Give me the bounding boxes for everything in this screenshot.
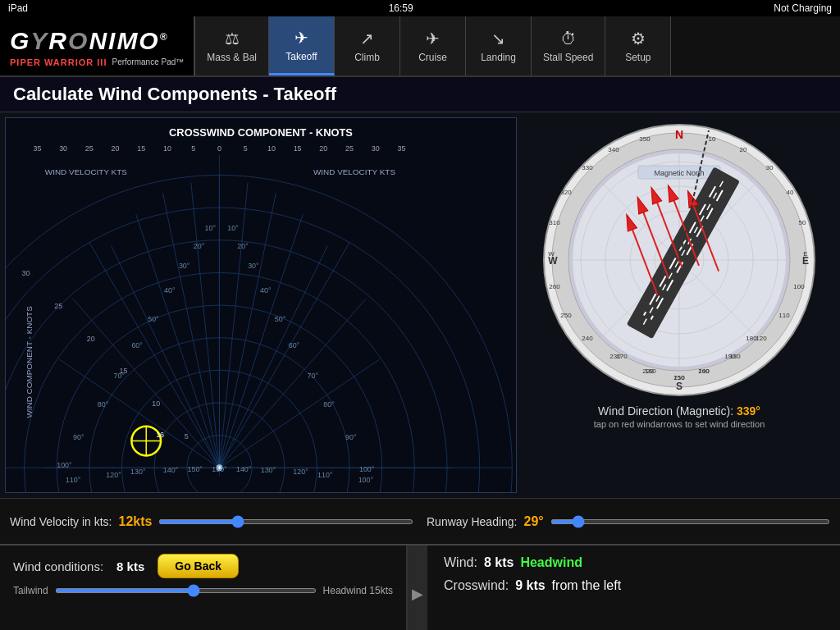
svg-text:120: 120 xyxy=(756,335,767,342)
svg-text:340: 340 xyxy=(608,146,619,153)
svg-text:80°: 80° xyxy=(98,400,109,409)
svg-text:20: 20 xyxy=(112,144,120,153)
svg-text:210: 210 xyxy=(673,374,685,381)
svg-text:W: W xyxy=(548,250,555,258)
svg-text:90°: 90° xyxy=(73,433,84,441)
svg-text:50°: 50° xyxy=(148,315,159,323)
mass-bal-icon: ⚖ xyxy=(225,29,240,48)
wind-conditions-panel: Wind conditions: 8 kts Go Back Tailwind … xyxy=(0,546,408,630)
go-back-button[interactable]: Go Back xyxy=(158,554,239,578)
svg-text:130°: 130° xyxy=(130,468,146,476)
compass[interactable]: N S E W 10 20 30 40 50 E 100 110 120 130… xyxy=(540,121,819,399)
tailwind-label: Tailwind xyxy=(13,585,48,596)
svg-text:E: E xyxy=(803,250,807,258)
results-panel: Wind: 8 kts Headwind Crosswind: 9 kts fr… xyxy=(427,546,840,630)
svg-text:30: 30 xyxy=(59,144,67,153)
runway-slider[interactable] xyxy=(550,519,830,524)
compass-info: Wind Direction (Magnetic): 339° tap on r… xyxy=(587,399,772,434)
velocity-slider[interactable] xyxy=(158,519,413,524)
tab-climb-label: Climb xyxy=(354,52,380,63)
svg-text:S: S xyxy=(676,381,682,392)
svg-text:30: 30 xyxy=(766,164,774,171)
wind-cond-value: 8 kts xyxy=(116,559,144,573)
tab-stall-speed[interactable]: ⏱ Stall Speed xyxy=(532,16,605,75)
svg-text:10°: 10° xyxy=(227,224,239,232)
velocity-label: Wind Velocity in kts: xyxy=(10,515,112,528)
svg-text:WIND COMPONENT - KNOTS: WIND COMPONENT - KNOTS xyxy=(25,306,34,418)
main-content: CROSSWIND COMPONENT - KNOTS 35 30 25 20 … xyxy=(0,112,840,498)
page-title: Calculate Wind Components - Takeoff xyxy=(0,77,840,112)
tab-climb[interactable]: ↗ Climb xyxy=(335,16,400,75)
time-display: 16:59 xyxy=(389,2,413,14)
svg-text:230: 230 xyxy=(609,353,621,360)
svg-text:35: 35 xyxy=(398,144,406,153)
svg-text:320: 320 xyxy=(560,189,572,196)
takeoff-icon: ✈ xyxy=(294,28,308,48)
svg-text:100: 100 xyxy=(793,283,805,290)
svg-text:25: 25 xyxy=(345,144,354,153)
wind-condition-slider[interactable] xyxy=(55,588,317,593)
svg-text:220: 220 xyxy=(642,368,654,375)
tab-cruise[interactable]: ✈ Cruise xyxy=(400,16,466,75)
compass-svg: N S E W 10 20 30 40 50 E 100 110 120 130… xyxy=(540,121,819,399)
runway-value: 29° xyxy=(524,514,544,529)
tab-landing[interactable]: ↘ Landing xyxy=(466,16,532,75)
svg-text:110°: 110° xyxy=(66,476,81,484)
svg-text:20: 20 xyxy=(319,144,327,153)
nav-tabs: ⚖ Mass & Bal ✈ Takeoff ↗ Climb ✈ Cruise … xyxy=(195,16,840,75)
svg-text:N: N xyxy=(675,128,683,141)
svg-text:25: 25 xyxy=(85,144,94,153)
svg-text:190: 190 xyxy=(724,353,736,360)
status-bar: iPad 16:59 Not Charging xyxy=(0,0,840,16)
wind-cond-label: Wind conditions: xyxy=(13,559,103,573)
svg-text:WIND VELOCITY KTS: WIND VELOCITY KTS xyxy=(313,167,395,176)
tab-setup-label: Setup xyxy=(625,52,651,63)
setup-icon: ⚙ xyxy=(631,29,646,48)
tab-mass-bal-label: Mass & Bal xyxy=(207,52,257,63)
svg-text:100°: 100° xyxy=(57,461,72,469)
tab-stall-speed-label: Stall Speed xyxy=(543,52,593,63)
svg-text:100°: 100° xyxy=(359,465,375,473)
svg-text:150°: 150° xyxy=(212,465,227,473)
tab-mass-bal[interactable]: ⚖ Mass & Bal xyxy=(195,16,269,75)
svg-text:40: 40 xyxy=(787,189,794,196)
svg-text:150°: 150° xyxy=(187,465,203,473)
svg-text:10: 10 xyxy=(163,144,171,153)
wind-result-row: Wind: 8 kts Headwind xyxy=(444,555,824,570)
svg-text:25: 25 xyxy=(54,302,62,310)
product-name: Performance Pad™ xyxy=(112,57,184,66)
svg-text:20°: 20° xyxy=(237,242,249,250)
svg-text:50°: 50° xyxy=(275,315,286,323)
cruise-icon: ✈ xyxy=(426,29,440,48)
svg-text:10: 10 xyxy=(709,135,716,143)
svg-text:5: 5 xyxy=(191,144,195,153)
wind-chart[interactable]: CROSSWIND COMPONENT - KNOTS 35 30 25 20 … xyxy=(5,117,517,493)
wind-direction-value: 339° xyxy=(737,404,760,418)
logo-subtitle: PIPER WARRIOR III Performance Pad™ xyxy=(10,57,184,67)
compass-container: N S E W 10 20 30 40 50 E 100 110 120 130… xyxy=(523,117,835,493)
svg-text:20: 20 xyxy=(87,335,95,343)
svg-text:200: 200 xyxy=(698,368,710,375)
crosswind-result-value: 9 kts xyxy=(515,578,545,593)
velocity-slider-group: Wind Velocity in kts: 12kts xyxy=(10,514,413,529)
velocity-value: 12kts xyxy=(119,514,153,529)
svg-text:30: 30 xyxy=(22,269,30,277)
battery-status: Not Charging xyxy=(774,2,832,14)
svg-text:240: 240 xyxy=(582,335,593,342)
separator-arrow-icon: ▶ xyxy=(412,585,423,603)
svg-text:260: 260 xyxy=(549,283,560,290)
app-header: GYRONIMO® PIPER WARRIOR III Performance … xyxy=(0,16,840,77)
tab-takeoff[interactable]: ✈ Takeoff xyxy=(269,16,335,75)
svg-text:15: 15 xyxy=(120,367,128,375)
svg-text:5: 5 xyxy=(244,144,248,153)
separator: ▶ xyxy=(408,546,427,630)
wind-result-label: Wind: xyxy=(444,555,477,570)
wind-cond-top: Wind conditions: 8 kts Go Back xyxy=(13,554,393,578)
svg-text:120°: 120° xyxy=(293,468,308,476)
svg-text:330: 330 xyxy=(582,164,593,171)
crosswind-direction: from the left xyxy=(552,578,621,593)
svg-text:15: 15 xyxy=(294,144,302,153)
tab-setup[interactable]: ⚙ Setup xyxy=(605,16,671,75)
svg-text:10°: 10° xyxy=(205,224,217,232)
svg-text:110°: 110° xyxy=(317,471,333,479)
